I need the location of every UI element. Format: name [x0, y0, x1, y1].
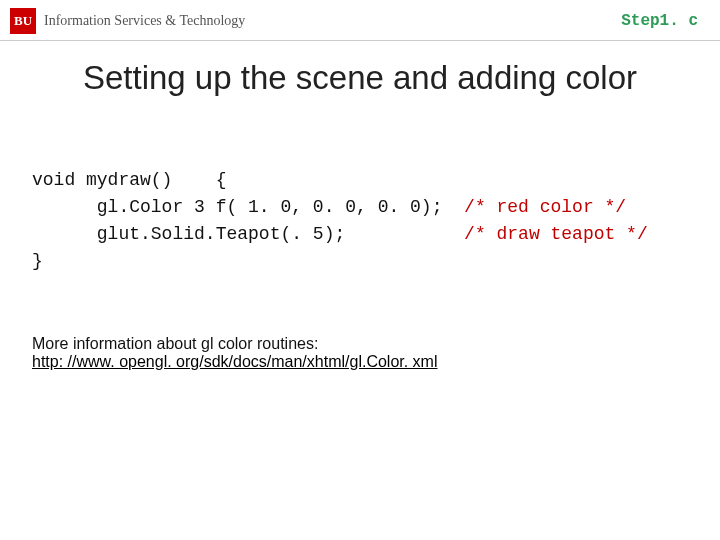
header-left: BU Information Services & Technology	[10, 8, 245, 34]
code-line-2-code: gl.Color 3 f( 1. 0, 0. 0, 0. 0);	[32, 197, 464, 217]
code-line-3-code: glut.Solid.Teapot(. 5);	[32, 224, 464, 244]
bu-logo: BU	[10, 8, 36, 34]
opengl-docs-link[interactable]: http: //www. opengl. org/sdk/docs/man/xh…	[32, 353, 438, 370]
org-name: Information Services & Technology	[44, 13, 245, 29]
slide-title: Setting up the scene and adding color	[0, 59, 720, 97]
code-line-1: void mydraw() {	[32, 170, 226, 190]
code-line-4: }	[32, 251, 43, 271]
more-info-section: More information about gl color routines…	[32, 335, 720, 371]
code-line-2-comment: /* red color */	[464, 197, 626, 217]
code-line-3-comment: /* draw teapot */	[464, 224, 648, 244]
more-info-text: More information about gl color routines…	[32, 335, 720, 353]
code-block: void mydraw() { gl.Color 3 f( 1. 0, 0. 0…	[32, 167, 720, 275]
slide-header: BU Information Services & Technology Ste…	[0, 0, 720, 41]
filename-label: Step1. c	[621, 12, 698, 30]
